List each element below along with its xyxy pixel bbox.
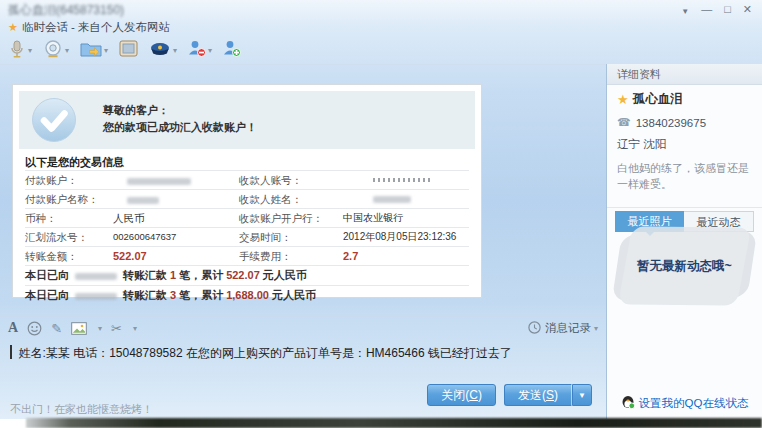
- chevron-down-icon: ▾: [173, 46, 177, 55]
- profile-location: 辽宁 沈阳: [617, 137, 752, 152]
- table-row: 付款账户： 收款人账号：: [25, 170, 469, 189]
- summary-line: 本日已向转账汇款3笔，累计1,688.00元人民币: [25, 285, 469, 305]
- send-button[interactable]: 发送(S): [504, 384, 572, 406]
- send-accesskey: S: [546, 388, 554, 402]
- window-menu-icon[interactable]: ▼: [681, 2, 689, 19]
- screen-share-icon: [119, 40, 138, 61]
- message-history-button[interactable]: 消息记录 ▾: [528, 321, 598, 336]
- fee-label: 手续费用：: [239, 247, 343, 265]
- promo-status-text: 不出门！在家也能惬意烧烤！: [10, 402, 153, 417]
- window-title: 孤心血泪(645873150): [8, 2, 124, 19]
- qq-status-link[interactable]: 设置我的QQ在线状态: [607, 395, 762, 411]
- message-input[interactable]: 姓名:某某 电话：15048789582 在您的网上购买的产品订单号是：HM46…: [0, 340, 606, 384]
- send-label: 发送(: [518, 387, 546, 404]
- screenshot-scissors-button[interactable]: ✂: [111, 321, 122, 336]
- message-input-text: 姓名:某某 电话：15048789582 在您的网上购买的产品订单号是：HM46…: [19, 346, 512, 360]
- table-row: 转账金额： 522.07 手续费用： 2.7: [25, 246, 469, 265]
- profile-body: ★ 孤心血泪 ☎ 13840239675 辽宁 沈阳 白他妈的练了，该感冒还是一…: [607, 85, 762, 419]
- close-window-button[interactable]: ✕: [743, 2, 752, 19]
- summary-amount: 1,688.00: [226, 289, 269, 301]
- chevron-down-icon: ▾: [28, 46, 32, 55]
- summary-line: 本日已向转账汇款1笔，累计522.07元人民币: [25, 265, 469, 285]
- divider: [607, 207, 762, 208]
- payee-name-label: 收款人姓名：: [239, 190, 343, 208]
- summary-prefix: 本日已向: [25, 289, 69, 301]
- receipt-greeting: 尊敬的客户： 您的款项已成功汇入收款账户！: [103, 102, 257, 136]
- close-label-end: ): [478, 388, 482, 402]
- send-options-dropdown[interactable]: ▼: [572, 384, 592, 406]
- qq-status-link-label: 设置我的QQ在线状态: [639, 396, 749, 411]
- payee-bank-label: 收款账户开户行：: [239, 209, 343, 227]
- daily-summary: 本日已向转账汇款1笔，累计522.07元人民币 本日已向转账汇款3笔，累计1,6…: [25, 265, 469, 305]
- session-type-label: 临时会话 - 来自个人发布网站: [22, 20, 170, 35]
- webcam-icon: [43, 39, 63, 63]
- profile-name-row: ★ 孤心血泪: [617, 91, 752, 108]
- text-cursor: [10, 345, 12, 359]
- block-user-button[interactable]: ▾: [186, 39, 214, 62]
- session-star-icon: ★: [8, 21, 18, 34]
- payer-account-label: 付款账户：: [25, 171, 113, 189]
- profile-signature: 白他妈的练了，该感冒还是一样难受。: [617, 160, 752, 192]
- chat-column: 尊敬的客户： 您的款项已成功汇入收款账户！ 以下是您的交易信息 付款账户： 收款…: [0, 64, 606, 419]
- summary-suffix: 元人民币: [263, 269, 307, 281]
- summary-count: 1: [170, 269, 176, 281]
- chevron-down-icon[interactable]: ▾: [98, 324, 102, 333]
- title-bar[interactable]: 孤心血泪(645873150) ▼ — □ ✕: [0, 0, 762, 18]
- maximize-button[interactable]: □: [724, 2, 731, 19]
- currency-label: 币种：: [25, 209, 113, 227]
- success-check-icon: [31, 97, 77, 147]
- chevron-down-icon[interactable]: ▾: [133, 324, 137, 333]
- chevron-down-icon: ▾: [594, 324, 598, 333]
- message-display-area[interactable]: 尊敬的客户： 您的款项已成功汇入收款账户！ 以下是您的交易信息 付款账户： 收款…: [0, 64, 606, 316]
- send-file-button[interactable]: ▾: [78, 39, 110, 63]
- voice-call-button[interactable]: ▾: [6, 38, 34, 64]
- editor-toolbar: A ✎ ▾ ✂ ▾ 消息记录 ▾: [0, 316, 606, 339]
- qq-chat-window: 孤心血泪(645873150) ▼ — □ ✕ ★ 临时会话 - 来自个人发布网…: [0, 0, 762, 419]
- chevron-down-icon: ▾: [65, 46, 69, 55]
- profile-phone-number: 13840239675: [636, 117, 706, 129]
- phone-icon: ☎: [617, 116, 631, 129]
- profile-phone-row: ☎ 13840239675: [617, 116, 752, 129]
- folder-transfer-icon: [80, 40, 102, 62]
- font-style-button[interactable]: A: [8, 320, 18, 336]
- report-button[interactable]: ▾: [147, 40, 179, 62]
- summary-verb: 转账汇款: [123, 269, 167, 281]
- profile-name: 孤心血泪: [633, 91, 683, 108]
- summary-amount: 522.07: [226, 269, 260, 281]
- payer-name-label: 付款账户名称：: [25, 190, 113, 208]
- emoticon-button[interactable]: [27, 321, 42, 336]
- handwriting-button[interactable]: ✎: [51, 321, 62, 336]
- microphone-icon: [8, 39, 26, 63]
- transfer-amount-value: 522.07: [113, 247, 239, 265]
- send-label-end: ): [554, 388, 558, 402]
- window-controls: ▼ — □ ✕: [681, 2, 752, 19]
- payer-name-value-redacted: [113, 190, 239, 208]
- summary-count: 3: [170, 289, 176, 301]
- session-bar: ★ 临时会话 - 来自个人发布网站: [8, 19, 170, 35]
- video-call-button[interactable]: ▾: [41, 38, 71, 64]
- minimize-button[interactable]: —: [701, 2, 712, 19]
- clock-icon: [528, 321, 541, 336]
- message-history-label: 消息记录: [545, 321, 591, 336]
- screenshot-root: 孤心血泪(645873150) ▼ — □ ✕ ★ 临时会话 - 来自个人发布网…: [0, 0, 762, 428]
- desktop-background-strip: [26, 418, 762, 428]
- greeting-line: 您的款项已成功汇入收款账户！: [103, 119, 257, 136]
- payee-account-value-redacted: [343, 171, 469, 189]
- receipt-header: 尊敬的客户： 您的款项已成功汇入收款账户！: [19, 91, 475, 149]
- currency-value: 人民币: [113, 209, 239, 227]
- summary-suffix: 元人民币: [272, 289, 316, 301]
- bank-transfer-receipt-image[interactable]: 尊敬的客户： 您的款项已成功汇入收款账户！ 以下是您的交易信息 付款账户： 收款…: [12, 84, 482, 298]
- empty-updates-text: 暂无最新动态哦~: [637, 258, 732, 275]
- serial-number-value: 002600647637: [113, 228, 239, 246]
- add-friend-button[interactable]: [221, 39, 243, 62]
- summary-verb: 转账汇款: [123, 289, 167, 301]
- send-image-button[interactable]: [71, 322, 87, 335]
- screen-share-button[interactable]: [117, 39, 140, 62]
- close-button[interactable]: 关闭(C): [427, 384, 496, 406]
- empty-updates-area: 暂无最新动态哦~: [615, 225, 754, 307]
- payee-account-label: 收款人账号：: [239, 171, 343, 189]
- greeting-title: 尊敬的客户：: [103, 102, 257, 119]
- summary-prefix: 本日已向: [25, 269, 69, 281]
- transaction-time-label: 交易时间：: [239, 228, 343, 246]
- transaction-table: 付款账户： 收款人账号： 付款账户名称： 收款人姓名：: [25, 170, 469, 265]
